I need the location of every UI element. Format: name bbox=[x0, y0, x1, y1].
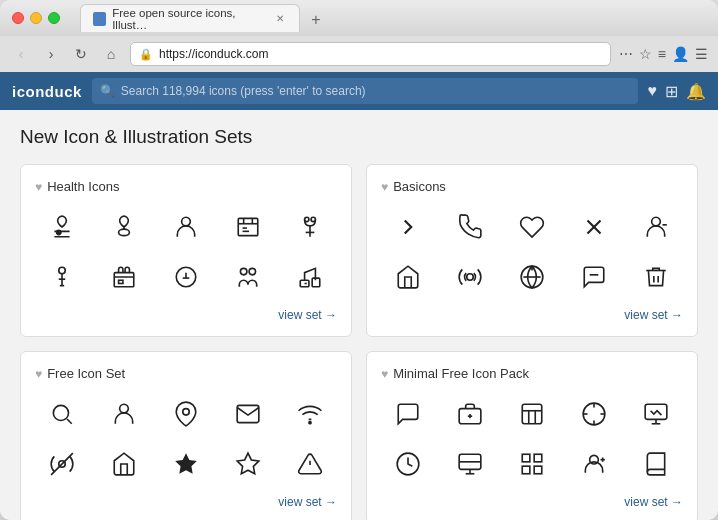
icon-cell[interactable] bbox=[35, 206, 89, 248]
cards-grid: ♥ Health Icons bbox=[20, 164, 698, 520]
traffic-lights bbox=[12, 12, 60, 24]
icon-cell[interactable] bbox=[567, 206, 621, 248]
icon-cell[interactable] bbox=[35, 443, 89, 485]
card-title-basicons: ♥ Basicons bbox=[381, 179, 683, 194]
icon-cell[interactable] bbox=[629, 206, 683, 248]
svg-marker-42 bbox=[175, 453, 197, 474]
icon-cell[interactable] bbox=[443, 256, 497, 298]
icon-cell[interactable] bbox=[97, 393, 151, 435]
card-title-minimal: ♥ Minimal Free Icon Pack bbox=[381, 366, 683, 381]
icon-cell[interactable] bbox=[97, 443, 151, 485]
icon-cell[interactable] bbox=[159, 393, 213, 435]
svg-point-14 bbox=[59, 267, 66, 274]
icon-cell[interactable] bbox=[443, 393, 497, 435]
svg-point-36 bbox=[53, 405, 68, 420]
bookmark-icon[interactable]: ☆ bbox=[639, 46, 652, 62]
menu-icon[interactable]: ☰ bbox=[695, 46, 708, 62]
svg-rect-67 bbox=[534, 454, 542, 462]
minimize-button[interactable] bbox=[30, 12, 42, 24]
icon-cell[interactable] bbox=[505, 256, 559, 298]
card-label-basicons: Basicons bbox=[393, 179, 446, 194]
nav-icons: ♥ ⊞ 🔔 bbox=[648, 82, 707, 101]
icon-cell[interactable] bbox=[283, 206, 337, 248]
card-label-health: Health Icons bbox=[47, 179, 119, 194]
heart-icon: ♥ bbox=[35, 367, 42, 381]
icon-cell[interactable] bbox=[283, 256, 337, 298]
icon-cell[interactable] bbox=[381, 443, 435, 485]
grid-nav-icon[interactable]: ⊞ bbox=[665, 82, 678, 101]
close-button[interactable] bbox=[12, 12, 24, 24]
icon-cell[interactable] bbox=[629, 443, 683, 485]
icon-cell[interactable] bbox=[381, 206, 435, 248]
icon-cell[interactable] bbox=[283, 443, 337, 485]
svg-point-31 bbox=[467, 274, 474, 281]
icon-cell[interactable] bbox=[159, 206, 213, 248]
brand-logo[interactable]: iconduck bbox=[12, 83, 82, 100]
tab-close-button[interactable]: ✕ bbox=[274, 12, 287, 26]
icon-cell[interactable] bbox=[221, 443, 275, 485]
card-minimal: ♥ Minimal Free Icon Pack bbox=[366, 351, 698, 520]
icon-cell[interactable] bbox=[159, 443, 213, 485]
icon-cell[interactable] bbox=[505, 393, 559, 435]
active-tab[interactable]: Free open source icons, Illust… ✕ bbox=[80, 4, 300, 32]
view-set-link-free[interactable]: view set → bbox=[35, 495, 337, 509]
search-bar[interactable]: 🔍 Search 118,994 icons (press 'enter' to… bbox=[92, 78, 638, 104]
tab-favicon bbox=[93, 12, 106, 26]
icon-cell[interactable] bbox=[159, 256, 213, 298]
icon-cell[interactable] bbox=[221, 256, 275, 298]
icon-cell[interactable] bbox=[221, 206, 275, 248]
maximize-button[interactable] bbox=[48, 12, 60, 24]
page-title: New Icon & Illustration Sets bbox=[20, 126, 698, 148]
card-title-free: ♥ Free Icon Set bbox=[35, 366, 337, 381]
view-set-link-minimal[interactable]: view set → bbox=[381, 495, 683, 509]
view-set-link-basicons[interactable]: view set → bbox=[381, 308, 683, 322]
svg-point-22 bbox=[240, 268, 247, 275]
heart-nav-icon[interactable]: ♥ bbox=[648, 82, 658, 101]
back-button[interactable]: ‹ bbox=[10, 43, 32, 65]
icon-cell[interactable] bbox=[567, 443, 621, 485]
icon-cell[interactable] bbox=[567, 256, 621, 298]
svg-point-38 bbox=[120, 404, 129, 413]
icon-cell[interactable] bbox=[97, 256, 151, 298]
svg-point-29 bbox=[652, 217, 661, 226]
heart-icon: ♥ bbox=[381, 367, 388, 381]
icon-cell[interactable] bbox=[567, 393, 621, 435]
heart-icon: ♥ bbox=[381, 180, 388, 194]
icon-cell[interactable] bbox=[443, 206, 497, 248]
icon-cell[interactable] bbox=[629, 256, 683, 298]
tab-label: Free open source icons, Illust… bbox=[112, 7, 264, 31]
title-bar: Free open source icons, Illust… ✕ + bbox=[0, 0, 718, 36]
icon-cell[interactable] bbox=[381, 256, 435, 298]
home-button[interactable]: ⌂ bbox=[100, 43, 122, 65]
icon-cell[interactable] bbox=[283, 393, 337, 435]
svg-point-40 bbox=[309, 422, 311, 424]
bell-nav-icon[interactable]: 🔔 bbox=[686, 82, 706, 101]
profile-icon[interactable]: 👤 bbox=[672, 46, 689, 62]
icon-cell[interactable] bbox=[629, 393, 683, 435]
svg-rect-69 bbox=[522, 466, 530, 474]
view-set-link-health[interactable]: view set → bbox=[35, 308, 337, 322]
card-health-icons: ♥ Health Icons bbox=[20, 164, 352, 337]
browser-window: Free open source icons, Illust… ✕ + ‹ › … bbox=[0, 0, 718, 520]
icon-cell[interactable] bbox=[35, 256, 89, 298]
url-field[interactable]: 🔒 https://iconduck.com bbox=[130, 42, 611, 66]
extensions-icon[interactable]: ⋯ bbox=[619, 46, 633, 62]
reload-button[interactable]: ↻ bbox=[70, 43, 92, 65]
icon-cell[interactable] bbox=[381, 393, 435, 435]
lock-icon: 🔒 bbox=[139, 48, 153, 61]
forward-button[interactable]: › bbox=[40, 43, 62, 65]
icon-cell[interactable] bbox=[35, 393, 89, 435]
new-tab-button[interactable]: + bbox=[304, 8, 328, 32]
icon-cell[interactable] bbox=[221, 393, 275, 435]
reading-list-icon[interactable]: ≡ bbox=[658, 46, 666, 62]
svg-rect-68 bbox=[534, 466, 542, 474]
icon-cell[interactable] bbox=[97, 206, 151, 248]
svg-line-37 bbox=[67, 419, 72, 424]
svg-rect-24 bbox=[300, 280, 309, 287]
card-label-free: Free Icon Set bbox=[47, 366, 125, 381]
icon-cell[interactable] bbox=[443, 443, 497, 485]
tab-bar: Free open source icons, Illust… ✕ + bbox=[80, 4, 706, 32]
site-navbar: iconduck 🔍 Search 118,994 icons (press '… bbox=[0, 72, 718, 110]
icon-cell[interactable] bbox=[505, 443, 559, 485]
icon-cell[interactable] bbox=[505, 206, 559, 248]
